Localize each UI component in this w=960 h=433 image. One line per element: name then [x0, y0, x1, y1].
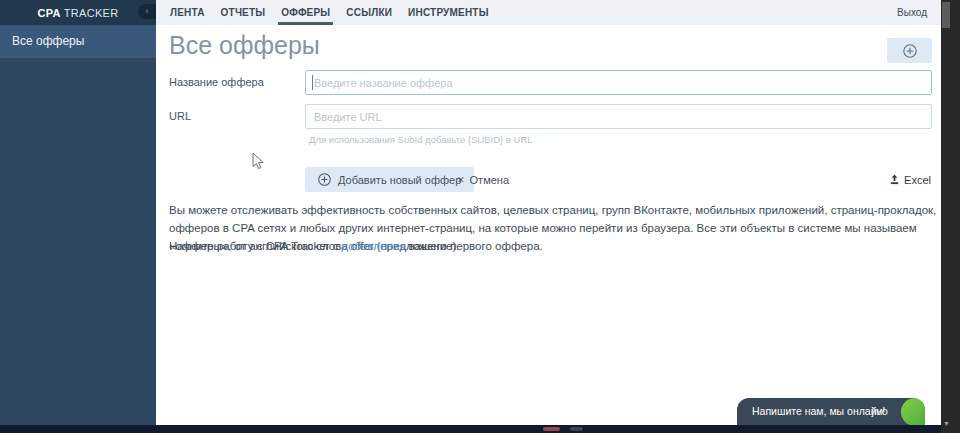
- getting-started-suffix: вашего первого оффера.: [405, 240, 542, 252]
- taskbar-item-red: [543, 427, 560, 431]
- sidebar-item-all-offers[interactable]: Все офферы: [0, 25, 156, 58]
- jivo-leaf-icon: [901, 398, 925, 425]
- tab-instrumenty[interactable]: ИНСТРУМЕНТЫ: [408, 0, 489, 25]
- main-content: Все офферы Название оффера URL Для испол…: [156, 25, 941, 425]
- export-icon: [889, 174, 900, 185]
- add-offer-link[interactable]: добавления: [342, 240, 406, 252]
- chat-message: Напишите нам, мы онлайн!: [752, 398, 885, 425]
- excel-export-button[interactable]: Excel: [889, 167, 931, 192]
- taskbar-edge: [0, 425, 941, 433]
- plus-circle-icon: [318, 173, 331, 186]
- sidebar: CPATRACKER ‹ Все офферы: [0, 0, 156, 425]
- close-icon: ✕: [457, 175, 465, 185]
- tab-otchety[interactable]: ОТЧЕТЫ: [221, 0, 266, 25]
- jivo-logo: jivo: [871, 398, 888, 425]
- getting-started-paragraph: Начните работу с CPA Tracker с добавлени…: [169, 240, 543, 252]
- submit-offer-label: Добавить новый оффер: [338, 174, 461, 186]
- offer-name-input[interactable]: [305, 70, 932, 95]
- tab-offery[interactable]: ОФФЕРЫ: [281, 0, 330, 25]
- url-label: URL: [169, 110, 191, 122]
- offer-name-label: Название оффера: [169, 76, 264, 88]
- cancel-label: Отмена: [470, 174, 509, 186]
- subid-hint: Для использования SubId добавьте {SUBID}…: [309, 134, 533, 145]
- chat-widget[interactable]: Напишите нам, мы онлайн! jivo: [737, 398, 925, 425]
- app-logo-bold: CPA: [38, 7, 61, 19]
- tab-ssylki[interactable]: ССЫЛКИ: [346, 0, 392, 25]
- app-logo-rest: TRACKER: [64, 7, 119, 19]
- logout-link[interactable]: Выход: [897, 7, 927, 18]
- plus-circle-icon: [903, 44, 917, 58]
- url-input[interactable]: [305, 104, 932, 129]
- sidebar-collapse-button[interactable]: ‹: [138, 4, 156, 19]
- page-title: Все офферы: [169, 31, 320, 60]
- tab-lenta[interactable]: ЛЕНТА: [170, 0, 205, 25]
- top-navigation: ЛЕНТА ОТЧЕТЫ ОФФЕРЫ ССЫЛКИ ИНСТРУМЕНТЫ В…: [156, 0, 941, 25]
- scrollbar-thumb[interactable]: [942, 2, 950, 28]
- scroll-down-icon[interactable]: ▼: [941, 420, 952, 427]
- submit-offer-button[interactable]: Добавить новый оффер: [305, 167, 474, 192]
- window-scrollbar[interactable]: ▼: [941, 0, 960, 433]
- taskbar-item-gray: [570, 427, 583, 431]
- sidebar-item-label: Все офферы: [12, 34, 84, 48]
- sidebar-header: CPATRACKER ‹: [0, 0, 156, 25]
- chevron-left-icon: ‹: [146, 6, 149, 16]
- text-caret: [312, 75, 313, 90]
- getting-started-prefix: Начните работу с CPA Tracker с: [169, 240, 342, 252]
- app-logo: CPATRACKER: [38, 7, 119, 19]
- excel-label: Excel: [904, 174, 931, 186]
- add-offer-button[interactable]: [887, 38, 932, 63]
- cancel-button[interactable]: ✕ Отмена: [457, 167, 509, 192]
